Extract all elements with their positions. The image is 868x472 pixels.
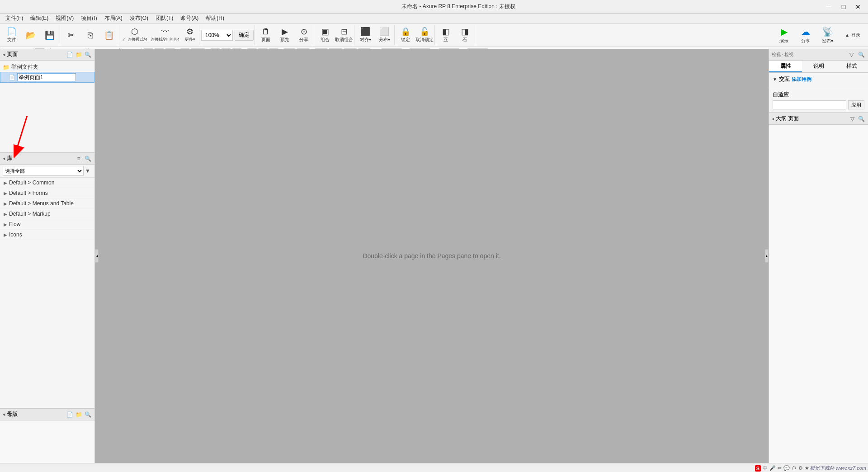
- login-label: 登录: [851, 32, 860, 38]
- apply-btn[interactable]: 应用: [848, 100, 864, 109]
- minimize-button[interactable]: ─: [823, 2, 835, 12]
- more-icon: ⚙: [186, 28, 193, 36]
- toolbar-page-btn[interactable]: 🗒 页面: [257, 26, 275, 45]
- library-panel-header: ◂ 库 ≡ 🔍: [0, 153, 94, 165]
- toolbar-back-btn[interactable]: ◨ 石: [456, 26, 474, 45]
- interactions-header[interactable]: ▼ 交互 添加用例: [773, 76, 864, 83]
- toolbar-front-btn[interactable]: ◧ 互: [437, 26, 455, 45]
- toolbar-align-btn[interactable]: ⬛ 对齐▾: [356, 26, 374, 45]
- outline-collapse-btn[interactable]: ◂: [772, 116, 774, 121]
- menu-file[interactable]: 文件(F): [2, 14, 27, 23]
- outline-search-btn[interactable]: 🔍: [857, 115, 865, 123]
- maximize-button[interactable]: □: [837, 2, 850, 12]
- toolbar-more-btn[interactable]: ⚙ 更多▾: [182, 26, 198, 45]
- distribute-label: 分布▾: [379, 37, 390, 43]
- toolbar-lock-btn[interactable]: 🔒 锁定: [396, 26, 415, 45]
- menu-team[interactable]: 团队(T): [152, 14, 177, 23]
- masters-folder-btn[interactable]: 📁: [75, 411, 83, 419]
- expand-icon-icons: ▶: [4, 232, 7, 237]
- tree-item-folder[interactable]: 📁 举例文件夹: [0, 62, 94, 72]
- toolbar-interact-btn[interactable]: ⬡ ↙ 连接模式/4: [121, 26, 148, 45]
- zoom-confirm-btn[interactable]: 确定: [235, 30, 254, 41]
- page-name-input[interactable]: [17, 73, 76, 81]
- masters-panel-header: ◂ 母版 📄 📁 🔍: [0, 409, 94, 420]
- pages-collapse-btn[interactable]: ◂: [3, 52, 5, 57]
- inspect-filter-btn[interactable]: ▽: [847, 51, 855, 59]
- common-input[interactable]: [773, 100, 846, 109]
- front-icon: ◧: [442, 28, 450, 36]
- menu-layout[interactable]: 布局(A): [101, 14, 126, 23]
- library-content: ▶ Default > Common ▶ Default > Forms ▶ D…: [0, 178, 94, 408]
- add-case-btn[interactable]: 添加用例: [792, 76, 811, 83]
- toolbar-login-btn[interactable]: ▲ 登录: [839, 26, 866, 45]
- library-filter-btn[interactable]: ▼: [84, 167, 92, 175]
- pages-folder-btn[interactable]: 📁: [75, 51, 83, 59]
- menu-project[interactable]: 项目(I): [77, 14, 100, 23]
- menu-edit[interactable]: 编辑(E): [27, 14, 52, 23]
- back-label: 石: [462, 37, 467, 43]
- library-menu-btn[interactable]: ≡: [75, 155, 83, 163]
- ungroup-icon: ⊟: [341, 28, 348, 36]
- toolbar-demo-btn[interactable]: ▶ 演示: [774, 26, 794, 45]
- lock-label: 锁定: [401, 37, 410, 43]
- pages-add-btn[interactable]: 📄: [66, 51, 74, 59]
- expand-icon-common: ▶: [4, 180, 7, 185]
- login-icon: ▲: [845, 33, 849, 38]
- toolbar-copy-btn[interactable]: ⎘: [81, 26, 99, 45]
- menu-publish[interactable]: 发布(O): [126, 14, 152, 23]
- library-item-menus-label: Default > Menus and Table: [9, 200, 74, 207]
- library-select-row: 选择全部 ▼: [0, 165, 94, 178]
- toolbar-cut-btn[interactable]: ✂: [62, 26, 80, 45]
- menu-account[interactable]: 账号(A): [177, 14, 202, 23]
- menu-view[interactable]: 视图(V): [52, 14, 77, 23]
- library-item-menus[interactable]: ▶ Default > Menus and Table: [0, 198, 94, 209]
- toolbar-group-zoom: 100% 50% 75% 150% 200% 确定: [200, 25, 255, 45]
- pages-tree: 📁 举例文件夹 📄: [0, 61, 94, 152]
- toolbar-connect-btn[interactable]: 〰 连接线/连 合合4: [149, 26, 181, 45]
- library-item-common[interactable]: ▶ Default > Common: [0, 178, 94, 188]
- library-filter-select[interactable]: 选择全部: [3, 166, 84, 176]
- toolbar-save-btn[interactable]: 💾: [41, 26, 59, 45]
- toolbar-share-btn[interactable]: ⊙ 分享: [295, 26, 313, 45]
- masters-search-btn[interactable]: 🔍: [84, 411, 92, 419]
- close-button[interactable]: ✕: [852, 2, 864, 12]
- masters-add-btn[interactable]: 📄: [66, 411, 74, 419]
- interact-label: ↙ 连接模式/4: [122, 37, 147, 42]
- toolbar-new-btn[interactable]: 📄 文件: [3, 26, 21, 45]
- library-panel: ◂ 库 ≡ 🔍 选择全部 ▼ ▶ Default > Common: [0, 153, 94, 409]
- toolbar-ungroup-btn[interactable]: ⊟ 取消组合: [335, 26, 353, 45]
- library-item-markup[interactable]: ▶ Default > Markup: [0, 209, 94, 219]
- toolbar-paste-btn[interactable]: 📋: [100, 26, 118, 45]
- zoom-select[interactable]: 100% 50% 75% 150% 200%: [201, 30, 233, 41]
- library-item-flow[interactable]: ▶ Flow: [0, 219, 94, 230]
- inspect-search-btn[interactable]: 🔍: [857, 51, 865, 59]
- tree-item-page1[interactable]: 📄: [0, 72, 94, 83]
- masters-panel: ◂ 母版 📄 📁 🔍: [0, 409, 94, 463]
- menu-help[interactable]: 帮助(H): [202, 14, 228, 23]
- outline-filter-btn[interactable]: ▽: [848, 115, 856, 123]
- common-header[interactable]: 自适应: [773, 91, 864, 99]
- folder-icon: 📁: [3, 64, 9, 71]
- toolbar-preview-btn[interactable]: ▶ 预览: [276, 26, 294, 45]
- toolbar-group-btn[interactable]: ▣ 组合: [316, 26, 334, 45]
- toolbar-distribute-btn[interactable]: ⬜ 分布▾: [375, 26, 393, 45]
- library-collapse-btn[interactable]: ◂: [3, 156, 5, 161]
- library-item-forms[interactable]: ▶ Default > Forms: [0, 188, 94, 198]
- library-item-icons[interactable]: ▶ Icons: [0, 230, 94, 240]
- left-panel-toggle[interactable]: ◂: [95, 249, 99, 263]
- align-label: 对齐▾: [360, 37, 371, 43]
- toolbar-group-view: 🗒 页面 ▶ 预览 ⊙ 分享: [256, 25, 314, 45]
- toolbar-cloud-btn[interactable]: ☁ 分享: [796, 26, 816, 45]
- back-icon: ◨: [461, 28, 469, 36]
- toolbar-publish-btn[interactable]: 📡 发布▾: [817, 26, 837, 45]
- toolbar-unlock-btn[interactable]: 🔓 取消锁定: [415, 26, 434, 45]
- tab-description[interactable]: 说明: [802, 61, 835, 72]
- toolbar-open-btn[interactable]: 📂: [22, 26, 40, 45]
- library-search-btn[interactable]: 🔍: [84, 155, 92, 163]
- tab-properties[interactable]: 属性: [769, 61, 802, 72]
- masters-collapse-btn[interactable]: ◂: [3, 412, 5, 417]
- masters-panel-controls: 📄 📁 🔍: [66, 411, 92, 419]
- right-panel-toggle[interactable]: ▸: [765, 249, 769, 263]
- tab-style[interactable]: 样式: [835, 61, 868, 72]
- pages-search-btn[interactable]: 🔍: [84, 51, 92, 59]
